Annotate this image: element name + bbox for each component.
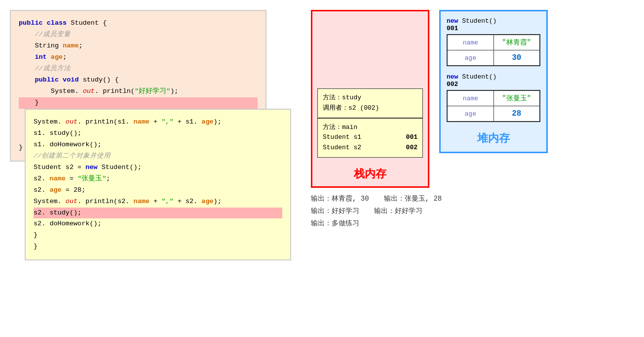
output-col2-2: 输出：好好学习 [374,205,422,217]
code-line: System. out. println(s2. name + "," + s2… [34,196,282,208]
heap-object-002: new Student() 002 name "张曼玉" age 28 [447,73,540,122]
stack-frames: 方法：study 调用者：s2 (002) 方法：main Student s1… [317,88,423,158]
frame-method-label: 方法：study [323,93,417,103]
code-section: public class Student { //成员变量 String nam… [10,10,296,316]
s1-ref: 001 [406,132,417,143]
field-name-age: age [447,50,493,66]
output-line-3: 输出：多做练习 [311,217,548,230]
output-section: 输出：林青霞, 30 输出：张曼玉, 28 输出：好好学习 输出：好好学习 输出… [311,193,548,230]
heap-object-002-header: new Student() 002 [447,73,540,88]
frame-row-s2: Student s2 002 [323,143,417,153]
frame-method-main-label: 方法：main [323,123,417,133]
frame-row-s1: Student s1 001 [323,132,417,143]
field-val-age-001: 30 [493,50,540,66]
field-val-name-001: "林青霞" [493,35,540,50]
s2-var: Student s2 [323,143,361,153]
table-row: age 28 [447,106,540,122]
field-val-name-002: "张曼玉" [493,90,540,106]
field-val-age-002: 28 [493,106,540,122]
code-line: s1. doHomework(); [34,139,282,151]
code-line-s2-study-highlighted: s2. study(); [34,208,282,219]
frame-caller-label: 调用者：s2 (002) [323,103,417,114]
stack-label: 栈内存 [317,167,423,181]
main-method-card: System. out. println(s1. name + "," + s1… [25,109,291,260]
code-line: String name; [19,41,258,52]
field-name-name-002: name [447,90,493,106]
code-line: //创建第二个对象并使用 [34,151,282,162]
field-name-age-002: age [447,106,493,122]
code-line: } [34,230,282,241]
code-line: int age; [19,52,258,63]
heap-object-001: new Student() 001 name "林青霞" age 30 [447,17,540,66]
table-row: age 30 [447,50,540,66]
stack-frame-main: 方法：main Student s1 001 Student s2 002 [317,118,423,158]
code-line: s2. doHomework(); [34,218,282,230]
code-line: s2. name = "张曼玉"; [34,173,282,185]
output-line-2: 输出：好好学习 输出：好好学习 [311,205,548,217]
diagram-section: 方法：study 调用者：s2 (002) 方法：main Student s1… [311,10,548,230]
heap-table-001: name "林青霞" age 30 [447,34,540,66]
heap-label: 堆内存 [447,131,540,146]
heap-object-001-header: new Student() 001 [447,17,540,32]
code-line: s1. study(); [34,128,282,139]
field-name-name: name [447,35,493,50]
heap-addr-002: 002 [447,81,540,88]
output-col2-1: 输出：张曼玉, 28 [384,193,442,205]
code-line-highlighted: } [19,97,258,109]
heap-new-label-002: new Student() [447,73,540,81]
code-line: s2. age = 28; [34,185,282,196]
heap-new-label-001: new Student() [447,17,540,25]
s2-ref: 002 [406,143,417,153]
code-line: //成员方法 [19,63,258,75]
output-col1-3: 输出：多做练习 [311,217,359,230]
code-line: //成员变量 [19,29,258,41]
code-line: } [34,241,282,253]
stack-frame-study: 方法：study 调用者：s2 (002) [317,88,423,118]
heap-addr-001: 001 [447,25,540,32]
table-row: name "林青霞" [447,35,540,50]
code-line: public class Student { [19,18,258,29]
heap-memory-box: new Student() 001 name "林青霞" age 30 [439,10,548,153]
memory-row: 方法：study 调用者：s2 (002) 方法：main Student s1… [311,10,548,188]
output-col1-2: 输出：好好学习 [311,205,359,217]
heap-table-002: name "张曼玉" age 28 [447,90,540,122]
code-line: System. out. println(s1. name + "," + s1… [34,117,282,128]
output-col1-1: 输出：林青霞, 30 [311,193,369,205]
table-row: name "张曼玉" [447,90,540,106]
stack-memory-box: 方法：study 调用者：s2 (002) 方法：main Student s1… [311,10,429,188]
code-line: Student s2 = new Student(); [34,162,282,173]
output-line-1: 输出：林青霞, 30 输出：张曼玉, 28 [311,193,548,205]
code-line: public void study() { [19,75,258,86]
s1-var: Student s1 [323,132,361,143]
code-line: System. out. println("好好学习"); [19,86,258,97]
